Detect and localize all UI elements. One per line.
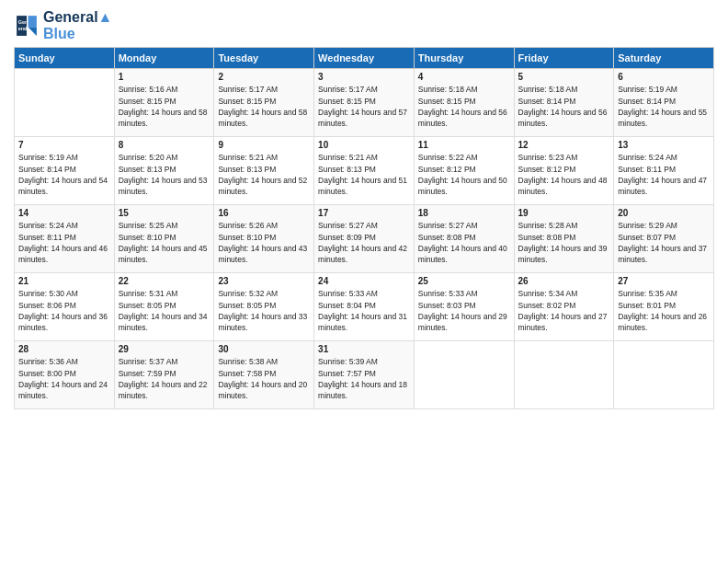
day-info: Sunrise: 5:32 AMSunset: 8:05 PMDaylight:…	[218, 288, 310, 333]
day-info: Sunrise: 5:34 AMSunset: 8:02 PMDaylight:…	[518, 288, 610, 333]
day-info: Sunrise: 5:19 AMSunset: 8:14 PMDaylight:…	[18, 152, 110, 197]
day-number: 29	[119, 344, 210, 354]
week-row-2: 7 Sunrise: 5:19 AMSunset: 8:14 PMDayligh…	[15, 137, 714, 205]
day-number: 30	[218, 344, 310, 354]
day-info: Sunrise: 5:18 AMSunset: 8:14 PMDaylight:…	[518, 84, 610, 129]
day-number: 10	[318, 140, 410, 150]
day-number: 6	[618, 72, 710, 82]
day-number: 31	[318, 344, 410, 354]
day-number: 26	[518, 276, 610, 286]
day-number: 20	[618, 208, 710, 218]
header-cell-thursday: Thursday	[414, 48, 514, 69]
day-number: 13	[618, 140, 710, 150]
day-number: 3	[318, 72, 410, 82]
logo-text: General▲ Blue	[43, 9, 112, 41]
header: Gen eral General▲ Blue	[14, 9, 714, 41]
day-cell: 14 Sunrise: 5:24 AMSunset: 8:11 PMDaylig…	[15, 205, 115, 273]
day-number: 25	[418, 276, 510, 286]
day-info: Sunrise: 5:24 AMSunset: 8:11 PMDaylight:…	[618, 152, 710, 197]
day-info: Sunrise: 5:30 AMSunset: 8:06 PMDaylight:…	[18, 288, 110, 333]
day-info: Sunrise: 5:33 AMSunset: 8:04 PMDaylight:…	[318, 288, 410, 333]
day-cell: 1 Sunrise: 5:16 AMSunset: 8:15 PMDayligh…	[114, 69, 214, 137]
day-cell: 25 Sunrise: 5:33 AMSunset: 8:03 PMDaylig…	[414, 273, 514, 341]
week-row-1: 1 Sunrise: 5:16 AMSunset: 8:15 PMDayligh…	[15, 69, 714, 137]
day-info: Sunrise: 5:33 AMSunset: 8:03 PMDaylight:…	[418, 288, 510, 333]
day-number: 21	[18, 276, 110, 286]
day-cell: 7 Sunrise: 5:19 AMSunset: 8:14 PMDayligh…	[15, 137, 115, 205]
day-cell	[514, 341, 614, 409]
svg-marker-2	[28, 27, 37, 35]
day-cell: 24 Sunrise: 5:33 AMSunset: 8:04 PMDaylig…	[314, 273, 415, 341]
day-cell: 31 Sunrise: 5:39 AMSunset: 7:57 PMDaylig…	[314, 341, 415, 409]
day-cell: 18 Sunrise: 5:27 AMSunset: 8:08 PMDaylig…	[414, 205, 514, 273]
day-info: Sunrise: 5:38 AMSunset: 7:58 PMDaylight:…	[218, 356, 310, 401]
day-number: 18	[418, 208, 510, 218]
day-number: 22	[119, 276, 210, 286]
calendar-table: SundayMondayTuesdayWednesdayThursdayFrid…	[14, 47, 714, 409]
day-cell: 9 Sunrise: 5:21 AMSunset: 8:13 PMDayligh…	[214, 137, 314, 205]
day-number: 8	[119, 140, 210, 150]
day-info: Sunrise: 5:16 AMSunset: 8:15 PMDaylight:…	[119, 84, 210, 129]
day-cell: 8 Sunrise: 5:20 AMSunset: 8:13 PMDayligh…	[114, 137, 214, 205]
day-number: 7	[18, 140, 110, 150]
day-cell: 13 Sunrise: 5:24 AMSunset: 8:11 PMDaylig…	[614, 137, 714, 205]
day-info: Sunrise: 5:20 AMSunset: 8:13 PMDaylight:…	[119, 152, 210, 197]
day-info: Sunrise: 5:21 AMSunset: 8:13 PMDaylight:…	[218, 152, 310, 197]
day-number: 5	[518, 72, 610, 82]
day-cell	[414, 341, 514, 409]
day-number: 2	[218, 72, 310, 82]
day-cell: 17 Sunrise: 5:27 AMSunset: 8:09 PMDaylig…	[314, 205, 415, 273]
day-number: 16	[218, 208, 310, 218]
day-cell: 3 Sunrise: 5:17 AMSunset: 8:15 PMDayligh…	[314, 69, 415, 137]
day-cell: 29 Sunrise: 5:37 AMSunset: 7:59 PMDaylig…	[114, 341, 214, 409]
day-cell: 15 Sunrise: 5:25 AMSunset: 8:10 PMDaylig…	[114, 205, 214, 273]
day-info: Sunrise: 5:35 AMSunset: 8:01 PMDaylight:…	[618, 288, 710, 333]
day-cell: 28 Sunrise: 5:36 AMSunset: 8:00 PMDaylig…	[15, 341, 115, 409]
day-cell: 16 Sunrise: 5:26 AMSunset: 8:10 PMDaylig…	[214, 205, 314, 273]
day-info: Sunrise: 5:27 AMSunset: 8:09 PMDaylight:…	[318, 220, 410, 265]
day-cell: 23 Sunrise: 5:32 AMSunset: 8:05 PMDaylig…	[214, 273, 314, 341]
week-row-5: 28 Sunrise: 5:36 AMSunset: 8:00 PMDaylig…	[15, 341, 714, 409]
day-cell: 21 Sunrise: 5:30 AMSunset: 8:06 PMDaylig…	[15, 273, 115, 341]
header-cell-friday: Friday	[514, 48, 614, 69]
calendar-page: Gen eral General▲ Blue SundayMondayTuesd…	[0, 0, 728, 563]
day-cell: 12 Sunrise: 5:23 AMSunset: 8:12 PMDaylig…	[514, 137, 614, 205]
day-number: 14	[18, 208, 110, 218]
day-info: Sunrise: 5:27 AMSunset: 8:08 PMDaylight:…	[418, 220, 510, 265]
week-row-3: 14 Sunrise: 5:24 AMSunset: 8:11 PMDaylig…	[15, 205, 714, 273]
day-number: 9	[218, 140, 310, 150]
day-info: Sunrise: 5:26 AMSunset: 8:10 PMDaylight:…	[218, 220, 310, 265]
day-cell: 22 Sunrise: 5:31 AMSunset: 8:05 PMDaylig…	[114, 273, 214, 341]
day-number: 1	[119, 72, 210, 82]
day-number: 11	[418, 140, 510, 150]
logo: Gen eral General▲ Blue	[14, 9, 112, 41]
svg-marker-1	[28, 16, 37, 27]
day-number: 12	[518, 140, 610, 150]
day-info: Sunrise: 5:18 AMSunset: 8:15 PMDaylight:…	[418, 84, 510, 129]
day-cell: 6 Sunrise: 5:19 AMSunset: 8:14 PMDayligh…	[614, 69, 714, 137]
week-row-4: 21 Sunrise: 5:30 AMSunset: 8:06 PMDaylig…	[15, 273, 714, 341]
day-info: Sunrise: 5:23 AMSunset: 8:12 PMDaylight:…	[518, 152, 610, 197]
header-cell-saturday: Saturday	[614, 48, 714, 69]
day-number: 27	[618, 276, 710, 286]
day-number: 19	[518, 208, 610, 218]
day-number: 28	[18, 344, 110, 354]
day-cell: 27 Sunrise: 5:35 AMSunset: 8:01 PMDaylig…	[614, 273, 714, 341]
day-cell	[15, 69, 115, 137]
day-info: Sunrise: 5:24 AMSunset: 8:11 PMDaylight:…	[18, 220, 110, 265]
day-info: Sunrise: 5:31 AMSunset: 8:05 PMDaylight:…	[119, 288, 210, 333]
header-cell-sunday: Sunday	[15, 48, 115, 69]
day-cell: 2 Sunrise: 5:17 AMSunset: 8:15 PMDayligh…	[214, 69, 314, 137]
logo-icon: Gen eral	[14, 13, 40, 39]
day-number: 24	[318, 276, 410, 286]
day-cell: 20 Sunrise: 5:29 AMSunset: 8:07 PMDaylig…	[614, 205, 714, 273]
day-cell: 5 Sunrise: 5:18 AMSunset: 8:14 PMDayligh…	[514, 69, 614, 137]
day-info: Sunrise: 5:28 AMSunset: 8:08 PMDaylight:…	[518, 220, 610, 265]
day-cell: 26 Sunrise: 5:34 AMSunset: 8:02 PMDaylig…	[514, 273, 614, 341]
day-cell: 4 Sunrise: 5:18 AMSunset: 8:15 PMDayligh…	[414, 69, 514, 137]
day-info: Sunrise: 5:21 AMSunset: 8:13 PMDaylight:…	[318, 152, 410, 197]
day-info: Sunrise: 5:17 AMSunset: 8:15 PMDaylight:…	[318, 84, 410, 129]
day-info: Sunrise: 5:25 AMSunset: 8:10 PMDaylight:…	[119, 220, 210, 265]
day-cell: 10 Sunrise: 5:21 AMSunset: 8:13 PMDaylig…	[314, 137, 415, 205]
day-info: Sunrise: 5:37 AMSunset: 7:59 PMDaylight:…	[119, 356, 210, 401]
